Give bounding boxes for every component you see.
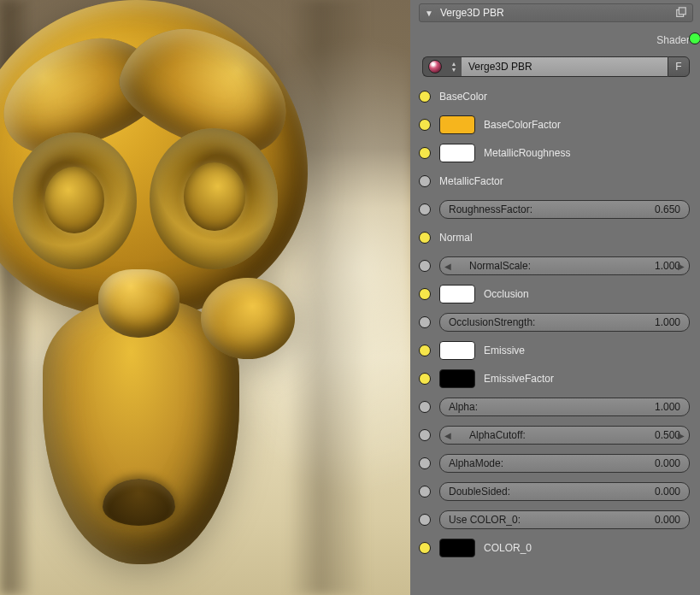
alphacutoff-label: AlphaCutoff: xyxy=(469,429,655,441)
doublesided-value: 0.000 xyxy=(655,486,680,498)
nodegroup-stepper[interactable]: ▲ ▼ xyxy=(446,56,462,77)
metallicfactor-socket[interactable] xyxy=(419,175,431,187)
material-preview-icon xyxy=(428,60,442,74)
occlusion-swatch[interactable] xyxy=(439,285,475,303)
alphacutoff-socket[interactable] xyxy=(419,429,431,441)
metallicroughness-swatch[interactable] xyxy=(439,144,475,162)
basecolorfactor-label: BaseColorFactor xyxy=(484,119,561,131)
emissivefactor-label: EmissiveFactor xyxy=(484,373,554,385)
doublesided-field[interactable]: DoubleSided: 0.000 xyxy=(439,482,690,501)
occlusion-label: Occlusion xyxy=(484,288,529,300)
usecolor0-label: Use COLOR_0: xyxy=(449,514,655,526)
output-label: Shader xyxy=(656,34,690,46)
emissive-socket[interactable] xyxy=(419,345,431,356)
alphacutoff-field[interactable]: ◀ AlphaCutoff: 0.500 ▶ xyxy=(439,426,690,445)
alpha-field[interactable]: Alpha: 1.000 xyxy=(439,398,690,416)
chevron-left-icon[interactable]: ◀ xyxy=(442,257,454,274)
alpha-value: 1.000 xyxy=(655,401,680,413)
render-preview xyxy=(0,0,333,581)
popout-icon[interactable] xyxy=(675,7,687,19)
doublesided-socket[interactable] xyxy=(419,486,431,498)
basecolorfactor-socket[interactable] xyxy=(419,119,431,131)
emissive-swatch[interactable] xyxy=(439,341,475,360)
occlusionstrength-field[interactable]: OcclusionStrength: 1.000 xyxy=(439,313,690,332)
chevron-up-icon[interactable]: ▲ xyxy=(451,61,457,67)
occlusionstrength-value: 1.000 xyxy=(655,316,680,328)
emissivefactor-swatch[interactable] xyxy=(439,369,475,388)
color0-socket[interactable] xyxy=(419,542,431,554)
alphamode-socket[interactable] xyxy=(419,457,431,469)
basecolorfactor-swatch[interactable] xyxy=(439,115,475,134)
normal-label: Normal xyxy=(439,232,473,244)
alphamode-field[interactable]: AlphaMode: 0.000 xyxy=(439,454,690,473)
emissive-label: Emissive xyxy=(484,345,525,356)
basecolor-label: BaseColor xyxy=(439,91,487,103)
metallicroughness-socket[interactable] xyxy=(419,147,431,159)
node-group-selector: ▲ ▼ Verge3D PBR F xyxy=(422,56,690,77)
occlusionstrength-label: OcclusionStrength: xyxy=(449,316,655,328)
roughnessfactor-label: RoughnessFactor: xyxy=(449,203,655,215)
basecolor-socket[interactable] xyxy=(419,91,431,103)
normal-socket[interactable] xyxy=(419,232,431,244)
normalscale-label: NormalScale: xyxy=(469,260,655,272)
alphamode-value: 0.000 xyxy=(655,457,680,469)
chevron-down-icon[interactable]: ▼ xyxy=(451,67,457,73)
roughnessfactor-value: 0.650 xyxy=(655,203,680,215)
usecolor0-value: 0.000 xyxy=(655,514,680,526)
occlusion-socket[interactable] xyxy=(419,288,431,300)
fake-user-button[interactable]: F xyxy=(668,56,690,77)
viewport-3d[interactable] xyxy=(0,0,410,595)
node-properties-panel: ▼ Verge3D PBR Shader ▲ ▼ Verge3D PBR F B… xyxy=(410,0,700,595)
output-row: Shader xyxy=(419,29,693,51)
output-socket[interactable] xyxy=(689,32,700,44)
normalscale-socket[interactable] xyxy=(419,260,431,272)
alpha-socket[interactable] xyxy=(419,401,431,413)
roughnessfactor-field[interactable]: RoughnessFactor: 0.650 xyxy=(439,200,690,219)
metallicroughness-label: MetallicRoughness xyxy=(484,147,570,159)
roughnessfactor-socket[interactable] xyxy=(419,203,431,215)
occlusionstrength-socket[interactable] xyxy=(419,316,431,328)
alphamode-label: AlphaMode: xyxy=(449,457,655,469)
usecolor0-socket[interactable] xyxy=(419,514,431,526)
usecolor0-field[interactable]: Use COLOR_0: 0.000 xyxy=(439,510,690,529)
metallicfactor-label: MetallicFactor xyxy=(439,175,503,187)
panel-title: Verge3D PBR xyxy=(440,7,668,19)
doublesided-label: DoubleSided: xyxy=(449,486,655,498)
browse-nodegroup-button[interactable] xyxy=(422,56,446,77)
color0-label: COLOR_0 xyxy=(484,542,532,554)
emissivefactor-socket[interactable] xyxy=(419,373,431,385)
color0-swatch[interactable] xyxy=(439,539,475,557)
panel-header[interactable]: ▼ Verge3D PBR xyxy=(419,3,693,22)
svg-rect-1 xyxy=(679,8,685,15)
collapse-toggle-icon[interactable]: ▼ xyxy=(425,9,433,18)
nodegroup-name-field[interactable]: Verge3D PBR xyxy=(462,56,668,77)
chevron-right-icon[interactable]: ▶ xyxy=(675,257,687,274)
normalscale-field[interactable]: ◀ NormalScale: 1.000 ▶ xyxy=(439,256,690,275)
chevron-left-icon[interactable]: ◀ xyxy=(442,427,454,444)
chevron-right-icon[interactable]: ▶ xyxy=(675,427,687,444)
alpha-label: Alpha: xyxy=(449,401,655,413)
